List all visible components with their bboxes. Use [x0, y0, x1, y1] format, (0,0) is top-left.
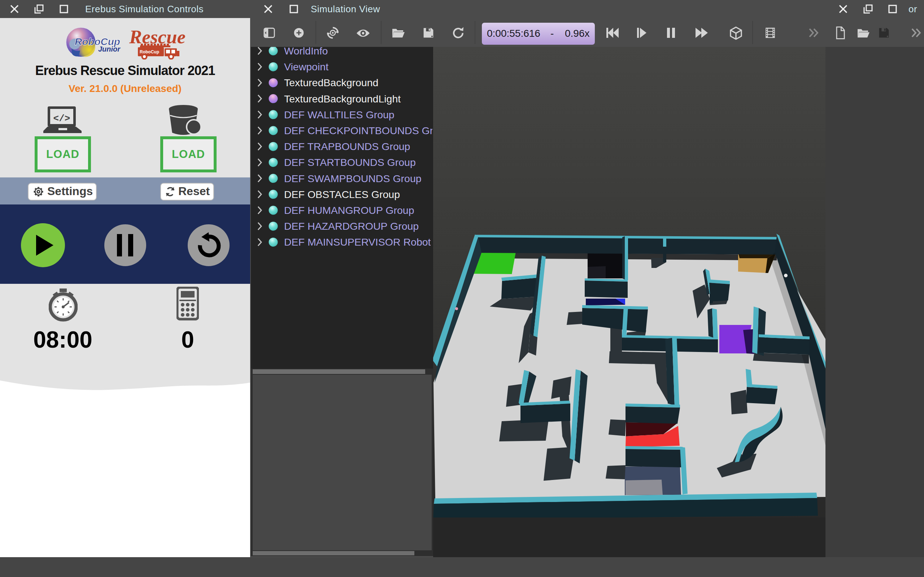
- svg-text:TexturedBackgroundLight: TexturedBackgroundLight: [284, 93, 401, 105]
- svg-text:DEF MAINSUPERVISOR Robot: DEF MAINSUPERVISOR Robot: [284, 236, 431, 248]
- svg-text:WorldInfo: WorldInfo: [284, 47, 328, 56]
- svg-text:DEF STARTBOUNDS Group: DEF STARTBOUNDS Group: [284, 156, 416, 168]
- svg-text:Viewpoint: Viewpoint: [284, 61, 328, 73]
- svg-text:TexturedBackground: TexturedBackground: [284, 77, 378, 89]
- svg-text:RoboCup: RoboCup: [140, 49, 159, 55]
- svg-text:DEF TRAPBOUNDS Group: DEF TRAPBOUNDS Group: [284, 141, 410, 152]
- svg-text:DEF OBSTACLES Group: DEF OBSTACLES Group: [284, 189, 400, 200]
- svg-text:DEF WALLTILES Group: DEF WALLTILES Group: [284, 109, 394, 121]
- svg-text:DEF SWAMPBOUNDS Group: DEF SWAMPBOUNDS Group: [284, 173, 422, 184]
- svg-text:</>: </>: [53, 113, 70, 124]
- svg-text:Junior: Junior: [98, 45, 121, 53]
- svg-text:DEF HAZARDGROUP Group: DEF HAZARDGROUP Group: [284, 220, 419, 232]
- svg-text:DEF HUMANGROUP Group: DEF HUMANGROUP Group: [284, 205, 414, 216]
- svg-text:DEF CHECKPOINTBOUNDS Group: DEF CHECKPOINTBOUNDS Group: [284, 125, 432, 136]
